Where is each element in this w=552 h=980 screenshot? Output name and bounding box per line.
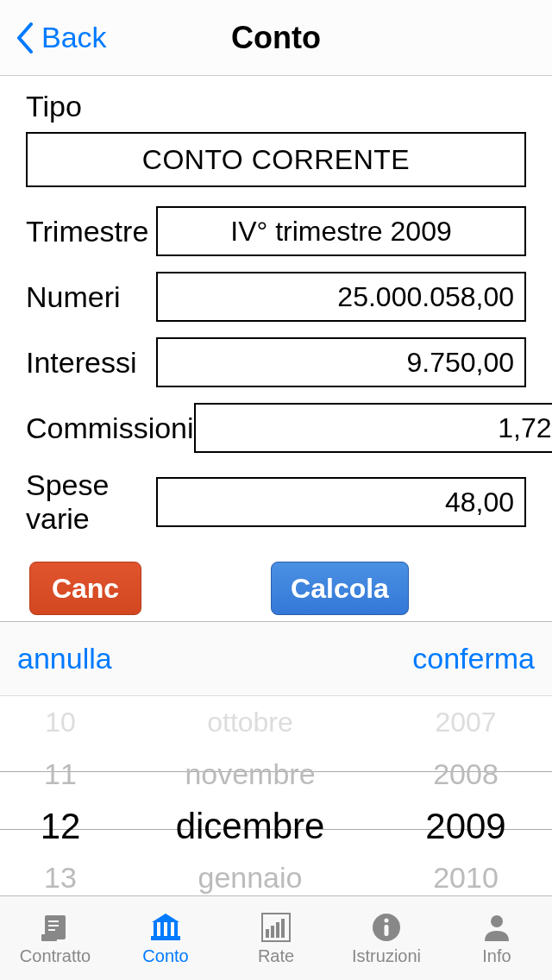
commissioni-input[interactable] [194,403,552,453]
wheel-item: 2008 [380,749,552,801]
svg-marker-5 [152,914,179,922]
commissioni-label: Commissioni [26,411,194,445]
svg-rect-6 [154,922,157,936]
tab-conto[interactable]: Conto [110,896,221,980]
wheel-item: novembre [121,749,380,801]
wheel-item: 2007 [380,697,552,749]
svg-rect-13 [271,926,274,938]
person-icon [480,910,514,945]
form-content: Tipo CONTO CORRENTE Trimestre Numeri Int… [0,76,552,615]
svg-rect-2 [48,925,59,927]
wheel-item-selected: 2009 [380,801,552,852]
svg-rect-14 [276,922,279,938]
svg-rect-12 [266,929,269,938]
document-icon [38,910,72,945]
tab-rate[interactable]: Rate [221,896,331,980]
svg-rect-8 [167,922,171,936]
chevron-left-icon [16,22,34,53]
back-label: Back [41,21,107,54]
tab-label: Info [482,946,511,966]
tab-label: Contratto [20,946,91,966]
svg-rect-18 [385,925,389,936]
picker-toolbar: annulla conferma [0,622,552,696]
day-wheel[interactable]: 10 11 12 13 [0,696,121,904]
interessi-input[interactable] [156,337,526,387]
page-title: Conto [231,20,321,56]
numeri-label: Numeri [26,280,156,314]
spese-label: Spese varie [26,468,156,536]
svg-point-17 [385,919,389,923]
svg-rect-7 [160,922,164,936]
svg-rect-4 [41,934,57,941]
picker-wheels[interactable]: 10 11 12 13 ottobre novembre dicembre ge… [0,696,552,904]
svg-rect-10 [151,936,180,940]
svg-rect-15 [281,919,285,938]
picker-confirm-button[interactable]: conferma [412,642,535,675]
tipo-label: Tipo [26,90,526,123]
bar-chart-icon [259,910,293,945]
svg-rect-1 [48,920,59,922]
tab-contratto[interactable]: Contratto [0,896,110,980]
tab-label: Conto [142,946,188,966]
wheel-item-selected: dicembre [121,801,380,852]
tab-label: Istruzioni [352,946,421,966]
interessi-label: Interessi [26,346,156,380]
svg-point-19 [491,915,503,927]
tab-bar: Contratto Conto Rate Istruzioni Info [0,895,552,980]
wheel-item: ottobre [121,697,380,749]
date-picker: annulla conferma 10 11 12 13 ottobre nov… [0,621,552,904]
back-button[interactable]: Back [16,21,107,54]
month-wheel[interactable]: ottobre novembre dicembre gennaio [121,696,380,904]
picker-cancel-button[interactable]: annulla [17,642,112,675]
trimestre-label: Trimestre [26,215,156,248]
calculate-button[interactable]: Calcola [271,562,409,615]
numeri-input[interactable] [156,272,526,322]
tab-istruzioni[interactable]: Istruzioni [331,896,442,980]
svg-rect-3 [48,929,55,931]
tab-info[interactable]: Info [442,896,552,980]
header: Back Conto [0,0,552,76]
year-wheel[interactable]: 2007 2008 2009 2010 [380,696,552,904]
bank-icon [148,910,183,945]
svg-rect-9 [174,922,178,936]
wheel-item: 10 [0,697,121,749]
tipo-select[interactable]: CONTO CORRENTE [26,132,526,187]
tab-label: Rate [258,946,294,966]
wheel-item: 11 [0,749,121,801]
info-icon [369,910,404,945]
trimestre-input[interactable] [156,206,526,256]
wheel-item-selected: 12 [0,801,121,852]
spese-input[interactable] [156,477,526,527]
cancel-button[interactable]: Canc [29,562,141,615]
